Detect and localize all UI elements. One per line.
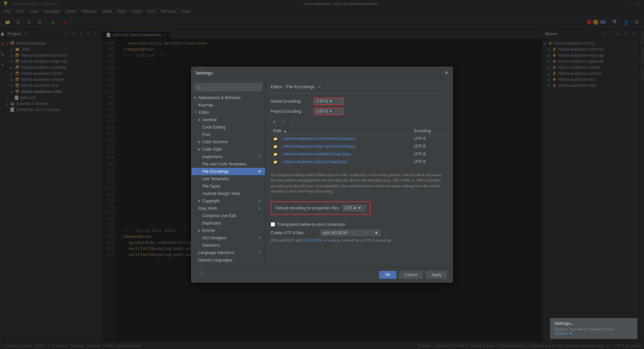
global-encoding-row: Global Encoding: UTF-8 ▼ (271, 98, 447, 105)
apply-button[interactable]: Apply (426, 271, 447, 279)
nav-natural-label: Natural Languages (198, 258, 232, 262)
nav-editor[interactable]: ▼ Editor (192, 109, 265, 116)
settings-breadcrumb: Editor › File Encodings ⚙ (271, 84, 321, 89)
prev-section-button[interactable]: ‹ (432, 83, 439, 91)
nav-inlay-hints[interactable]: Inlay Hints ⚙ (192, 205, 265, 212)
project-encoding-row: Project Encoding: UTF-8 ▼ (271, 108, 447, 115)
transparent-checkbox[interactable] (271, 222, 275, 227)
inlay-config-icon: ⚙ (258, 206, 261, 210)
next-section-button[interactable]: › (440, 83, 447, 91)
table-cell-path: 📁 ...\heima-leadnews-common\src\main\jav… (271, 135, 411, 142)
ok-button[interactable]: OK (379, 271, 396, 279)
edit-path-button: ✎ (288, 118, 296, 125)
global-encoding-dropdown[interactable]: UTF-8 ▼ (314, 98, 344, 105)
nav-natural-languages[interactable]: Natural Languages (192, 256, 265, 264)
table-row[interactable]: 📁 ...\heima-leadnews-feign-api\src\main\… (271, 142, 447, 150)
create-utf8-dropdown[interactable]: with NO BOM ▼ (320, 230, 381, 236)
nav-file-types-label: File Types (202, 184, 220, 189)
global-encoding-arrow: ▼ (329, 99, 332, 103)
toast-actions-link[interactable]: Actions ▼ (554, 331, 633, 336)
nav-live-templates[interactable]: Live Templates (192, 175, 265, 183)
nav-code-style[interactable]: ▶ Code Style (192, 146, 265, 153)
path-value: ...\heima-leadnews-feign-api\src\main\ja… (280, 144, 355, 149)
gui-config-icon: ⚙ (258, 236, 261, 240)
dialog-title: Settings (196, 70, 444, 76)
dialog-overlay: Settings ✕ ▶ Appearance & Behavior Keyma… (0, 0, 644, 349)
global-encoding-label: Global Encoding: (271, 99, 311, 104)
global-encoding-value: UTF-8 (316, 99, 328, 104)
default-encoding-dropdown[interactable]: UTF-8 ▼ (342, 205, 366, 211)
nav-code-editing-label: Code Editing (202, 125, 225, 130)
nav-duplicates[interactable]: Duplicates (192, 219, 265, 227)
remove-path-button[interactable]: − (279, 118, 287, 125)
breadcrumb-icon: ⚙ (318, 85, 321, 89)
toast-message: Shortcut 'Ctrl+Alt+S' missed 9 times (554, 327, 633, 331)
dialog-close-button[interactable]: ✕ (444, 70, 448, 76)
nav-compose-label: Compose Live Edit (202, 213, 236, 218)
nav-copyright[interactable]: ▶ Copyright ⚙ (192, 197, 265, 205)
settings-nav: ▶ Appearance & Behavior Keymap ▼ Editor … (192, 79, 265, 267)
nav-code-editing[interactable]: Code Editing (192, 123, 265, 131)
toast-title: Settings... (554, 321, 633, 326)
table-cell-encoding: UTF-8 (411, 150, 447, 158)
settings-search-input[interactable] (194, 83, 262, 91)
table-toolbar: + − ✎ (271, 118, 447, 125)
dialog-body: ▶ Appearance & Behavior Keymap ▼ Editor … (192, 79, 452, 267)
create-utf8-row: Create UTF-8 files: with NO BOM ▼ (271, 230, 447, 236)
nav-android-design[interactable]: Android Design Tools (192, 190, 265, 197)
nav-emmet[interactable]: ▶ Emmet (192, 227, 265, 234)
default-encoding-section: Default encoding for properties files: U… (271, 201, 371, 215)
settings-content-header: Editor › File Encodings ⚙ ‹ › (271, 83, 447, 94)
nav-appearance[interactable]: ▶ Appearance & Behavior (192, 94, 265, 101)
nav-editor-arrow: ▼ (194, 110, 198, 114)
nav-gui-designer[interactable]: GUI Designer ⚙ (192, 234, 265, 242)
nav-intentions[interactable]: Intentions (192, 242, 265, 249)
toast-notification: Settings... Shortcut 'Ctrl+Alt+S' missed… (550, 318, 637, 339)
table-row[interactable]: 📁 ...\heima-leadnews-common\src\main\jav… (271, 135, 447, 142)
nav-general-arrow: ▶ (198, 118, 201, 121)
nav-file-encodings[interactable]: File Encodings ⚙ (192, 168, 265, 175)
folder-icon: 📁 (273, 160, 277, 164)
nav-general[interactable]: ▶ General (192, 116, 265, 123)
project-encoding-label: Project Encoding: (271, 109, 311, 114)
table-cell-path: 📁 ...\heima-leadnews-feign-api\src\main\… (271, 142, 411, 150)
create-utf8-arrow: ▼ (374, 231, 378, 235)
cancel-button[interactable]: Cancel (399, 271, 423, 279)
transparent-checkbox-row: Transparent native-to-ascii conversion (271, 222, 447, 227)
nav-file-code-templates-label: File and Code Templates (202, 162, 247, 166)
nav-file-types[interactable]: File Types (192, 183, 265, 190)
nav-codestyle-arrow: ▶ (198, 147, 201, 151)
nav-keymap[interactable]: Keymap (192, 101, 265, 109)
project-encoding-dropdown[interactable]: UTF-8 ▼ (314, 108, 344, 115)
content-nav-arrows: ‹ › (432, 83, 447, 91)
settings-content: Editor › File Encodings ⚙ ‹ › Global Enc… (265, 79, 452, 267)
nav-font-label: Font (202, 132, 210, 137)
table-row[interactable]: 📁 ...\heima-leadnews-utils\src\main\java… (271, 158, 447, 165)
nav-compose-live-edit[interactable]: Compose Live Edit (192, 212, 265, 219)
bom-link[interactable]: UTF-8 BOM ✦ (302, 238, 326, 242)
nav-inspections[interactable]: Inspections ⚙ (192, 153, 265, 160)
folder-icon: 📁 (273, 152, 277, 156)
default-encoding-container: Default encoding for properties files: U… (271, 201, 447, 219)
dialog-buttons: ? OK Cancel Apply (192, 267, 452, 282)
encodings-config-icon: ⚙ (258, 169, 261, 173)
nav-font[interactable]: Font (192, 131, 265, 138)
nav-color-scheme[interactable]: ▶ Color Scheme (192, 138, 265, 146)
add-path-button[interactable]: + (271, 118, 278, 125)
lang-config-icon: ⚙ (258, 251, 261, 254)
table-cell-path: 📁 ...\heima-leadnews-model\src\main\java (271, 150, 411, 158)
default-encoding-label: Default encoding for properties files: (275, 206, 340, 210)
dialog-help-button[interactable]: ? (197, 271, 204, 278)
nav-file-code-templates[interactable]: File and Code Templates (192, 160, 265, 168)
inspections-config-icon: ⚙ (258, 155, 261, 158)
nav-lang-injections[interactable]: Language Injections ⚙ (192, 249, 265, 256)
nav-intentions-label: Intentions (202, 243, 220, 248)
dialog-title-bar: Settings ✕ (192, 67, 452, 79)
settings-search-container (194, 83, 262, 91)
table-row[interactable]: 📁 ...\heima-leadnews-model\src\main\java… (271, 150, 447, 158)
bom-info-text: IDEA will NOT add UTF-8 BOM ✦ to every c… (271, 238, 447, 243)
path-value: ...\heima-leadnews-common\src\main\java (280, 136, 355, 141)
default-encoding-value: UTF-8 (345, 206, 356, 210)
encoding-info-text: To change encoding IntelliJ IDEA uses fo… (271, 169, 447, 197)
path-encoding-table: Path ▲ Encoding 📁 ...\heima-leadnews-com… (271, 127, 447, 166)
